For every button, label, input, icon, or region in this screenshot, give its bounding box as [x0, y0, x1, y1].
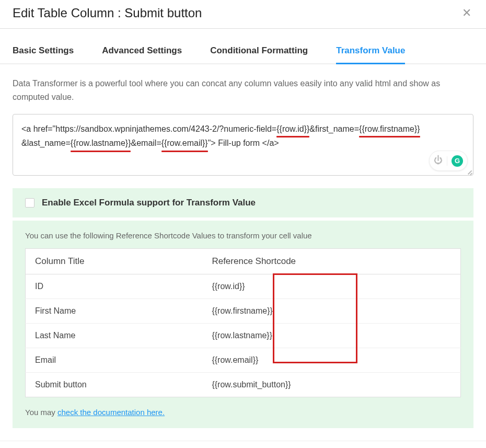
editor-text: &first_name= — [309, 124, 359, 133]
excel-formula-checkbox[interactable] — [25, 198, 34, 208]
cell-reference-shortcode: {{row.email}} — [202, 348, 460, 373]
editor-tools: ⏻ G — [429, 151, 468, 171]
shortcode-panel: You can use the following Reference Shor… — [13, 221, 473, 428]
close-button[interactable]: ✕ — [460, 5, 473, 21]
editor-shortcode-token: {{row.email}} — [161, 136, 208, 150]
cell-column-title: ID — [26, 274, 203, 299]
tab-advanced-settings[interactable]: Advanced Settings — [102, 41, 182, 63]
editor-text: "> Fill-up form </a> — [208, 139, 279, 147]
doc-prefix: You may — [25, 408, 57, 417]
dialog-header: Edit Table Column : Submit button ✕ — [0, 0, 486, 29]
cell-column-title: Submit button — [26, 373, 203, 397]
shortcode-intro: You can use the following Reference Shor… — [25, 231, 461, 240]
editor-text: &email= — [131, 139, 161, 147]
resize-handle-icon[interactable] — [466, 168, 472, 175]
cell-reference-shortcode: {{row.id}} — [202, 274, 460, 299]
editor-shortcode-token: {{row.firstname}} — [359, 122, 420, 136]
cell-reference-shortcode: {{row.firstname}} — [202, 299, 460, 324]
col-header-code: Reference Shortcode — [202, 249, 460, 274]
excel-formula-label: Enable Excel Formula support for Transfo… — [42, 198, 256, 208]
table-row: ID{{row.id}} — [26, 274, 461, 299]
shortcode-table-wrap: Column Title Reference Shortcode ID{{row… — [25, 248, 461, 397]
cell-column-title: First Name — [26, 299, 203, 324]
tab-basic-settings[interactable]: Basic Settings — [13, 41, 74, 63]
editor-shortcode-token: {{row.id}} — [276, 122, 309, 136]
tabs: Basic Settings Advanced Settings Conditi… — [0, 41, 486, 64]
description-text: Data Transformer is a powerful tool wher… — [13, 77, 473, 104]
power-icon[interactable]: ⏻ — [434, 153, 443, 168]
tab-transform-value[interactable]: Transform Value — [336, 41, 405, 63]
cell-column-title: Email — [26, 348, 203, 373]
editor-text: &last_name= — [21, 139, 71, 147]
separator — [447, 156, 447, 166]
table-row: Last Name{{row.lastname}} — [26, 324, 461, 348]
editor-shortcode-token: {{row.lastname}} — [71, 136, 131, 150]
doc-text: You may check the documentation here. — [25, 408, 461, 417]
grammarly-icon[interactable]: G — [452, 155, 463, 167]
editor-text: <a href="https://sandbox.wpninjathemes.c… — [21, 124, 276, 133]
tab-content: Data Transformer is a powerful tool wher… — [0, 64, 486, 441]
col-header-title: Column Title — [26, 249, 203, 274]
table-row: Email{{row.email}} — [26, 348, 461, 373]
excel-formula-panel: Enable Excel Formula support for Transfo… — [13, 188, 473, 217]
table-row: First Name{{row.firstname}} — [26, 299, 461, 324]
table-row: Submit button{{row.submit_button}} — [26, 373, 461, 397]
shortcode-table: Column Title Reference Shortcode ID{{row… — [25, 248, 461, 397]
transform-value-editor[interactable]: <a href="https://sandbox.wpninjathemes.c… — [13, 114, 473, 176]
doc-link[interactable]: check the documentation here. — [57, 408, 165, 417]
tab-conditional-formatting[interactable]: Conditional Formatting — [210, 41, 308, 63]
cell-column-title: Last Name — [26, 324, 203, 348]
close-icon: ✕ — [462, 6, 471, 19]
dialog-title: Edit Table Column : Submit button — [13, 6, 202, 20]
cell-reference-shortcode: {{row.lastname}} — [202, 324, 460, 348]
dialog-footer: Update — [0, 441, 486, 448]
cell-reference-shortcode: {{row.submit_button}} — [202, 373, 460, 397]
